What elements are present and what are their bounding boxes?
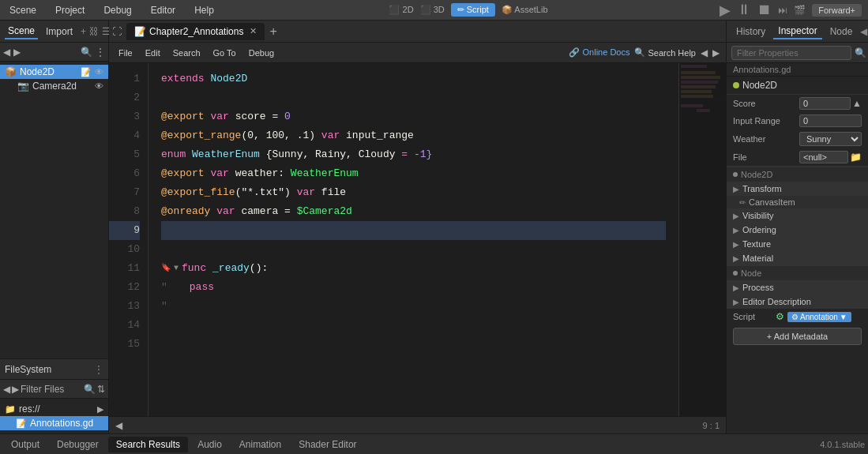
menu-scene[interactable]: Scene xyxy=(6,3,39,17)
link-icon[interactable]: ⛓ xyxy=(89,26,99,37)
input-range-input[interactable] xyxy=(799,114,862,127)
bottom-tab-output[interactable]: Output xyxy=(3,437,47,452)
score-inc-icon[interactable]: ▲ xyxy=(852,98,862,109)
minimap xyxy=(678,63,726,416)
tab-inspector[interactable]: Inspector xyxy=(773,24,821,39)
code-line-4: @export_range(0, 100, .1) var input_rang… xyxy=(161,126,666,145)
bottom-tab-debugger[interactable]: Debugger xyxy=(49,437,107,452)
code-area[interactable]: 1 2 3 4 5 6 7 8 9 10 11 12 13 14 15 xyxy=(109,63,726,416)
node-dot xyxy=(733,82,739,88)
section-process[interactable]: ▶ Process xyxy=(727,280,868,295)
menu-file[interactable]: File xyxy=(115,47,136,59)
section-material[interactable]: ▶ Material xyxy=(727,251,868,265)
fs-item-res-root[interactable]: 📁 res:// ▶ xyxy=(0,402,108,416)
editor-right-btns: 🔗 Online Docs 🔍 Search Help ◀ ▶ xyxy=(569,47,720,58)
add-tab-icon[interactable]: + xyxy=(269,24,276,39)
node-path: Node2D xyxy=(727,77,868,95)
scene-forward-icon[interactable]: ▶ xyxy=(13,47,21,58)
annotation-icon: ⚙ xyxy=(791,313,798,321)
scene-back-icon[interactable]: ◀ xyxy=(3,47,10,58)
tab-history[interactable]: History xyxy=(731,24,770,39)
eye-icon[interactable]: 👁 xyxy=(95,67,103,77)
editor-nav-back[interactable]: ◀ xyxy=(701,47,708,58)
code-line-8: @onready var camera = $Camera2d xyxy=(161,202,666,221)
section-ordering[interactable]: ▶ Ordering xyxy=(727,223,868,237)
step-icon[interactable]: ⏭ xyxy=(778,5,787,16)
code-line-9 xyxy=(161,221,666,240)
section-editor-description[interactable]: ▶ Editor Description xyxy=(727,295,868,309)
pause-icon[interactable]: ⏸ xyxy=(737,2,751,18)
score-input[interactable] xyxy=(799,97,851,110)
section-visibility[interactable]: ▶ Visibility xyxy=(727,208,868,223)
filter-properties-search-icon[interactable]: 🔍 xyxy=(855,47,866,58)
add-metadata-button[interactable]: + Add Metadata xyxy=(733,328,862,345)
menu-edit[interactable]: Edit xyxy=(142,47,163,59)
bottom-tab-shader-editor[interactable]: Shader Editor xyxy=(291,437,364,452)
scene-search-icon[interactable]: 🔍 xyxy=(81,47,92,58)
add-node-icon[interactable]: + xyxy=(81,26,86,37)
fs-item-annotations[interactable]: 📝 Annotations.gd xyxy=(0,416,108,430)
btn-2d[interactable]: ⬛ 2D xyxy=(389,5,413,15)
inspector-lock-icon[interactable]: ◀ xyxy=(860,26,867,37)
annotation-button[interactable]: ⚙ Annotation ▼ xyxy=(787,312,851,322)
menu-help[interactable]: Help xyxy=(191,3,217,17)
play-icon[interactable]: ▶ xyxy=(720,2,731,19)
bookmark-icon: 🔖 xyxy=(161,259,171,278)
movie-icon[interactable]: 🎬 xyxy=(794,5,806,16)
btn-script[interactable]: ✏ Script xyxy=(451,3,495,17)
prop-value-input-range xyxy=(799,114,862,127)
code-editor[interactable]: extends Node2D @export var score = 0 @ex… xyxy=(148,63,678,416)
section-texture[interactable]: ▶ Texture xyxy=(727,237,868,251)
code-line-5: enum WeatherEnum {Sunny, Rainy, Cloudy =… xyxy=(161,145,666,164)
camera2d-eye-icon[interactable]: 👁 xyxy=(95,81,103,91)
fs-sort-icon[interactable]: ⇅ xyxy=(97,384,105,395)
stop-icon[interactable]: ⏹ xyxy=(757,2,772,18)
fs-search-icon[interactable]: 🔍 xyxy=(84,384,96,395)
editor-nav-forward[interactable]: ▶ xyxy=(712,47,720,58)
tree-item-camera2d[interactable]: 📷 Camera2d 👁 xyxy=(0,79,108,93)
code-line-13: " xyxy=(161,297,666,316)
bottom-tab-audio[interactable]: Audio xyxy=(190,437,230,452)
menu-project[interactable]: Project xyxy=(52,3,88,17)
fs-dots-icon[interactable]: ⋮ xyxy=(94,364,103,375)
menu-search[interactable]: Search xyxy=(170,47,204,59)
btn-assetlib[interactable]: 📦 AssetLib xyxy=(502,5,548,15)
expand-icon[interactable]: ⛶ xyxy=(112,26,122,37)
editor-tab-chapter2[interactable]: 📝 Chapter2_Annotations ✕ xyxy=(126,23,265,40)
fs-forward-icon[interactable]: ▶ xyxy=(12,384,19,395)
section-transform[interactable]: ▶ Transform xyxy=(727,182,868,196)
search-help-btn[interactable]: 🔍 Search Help xyxy=(634,47,696,58)
menu-debug[interactable]: Debug xyxy=(246,47,277,59)
file-input[interactable] xyxy=(799,151,848,163)
bottom-tab-animation[interactable]: Animation xyxy=(231,437,289,452)
fs-tab-label[interactable]: FileSystem xyxy=(5,364,51,375)
panel-icons: + ⛓ ☰ xyxy=(81,26,111,37)
online-docs-link[interactable]: 🔗 Online Docs xyxy=(569,47,629,58)
menu-goto[interactable]: Go To xyxy=(210,47,239,59)
filter-properties-input[interactable] xyxy=(731,46,851,60)
fs-toolbar: ◀ ▶ Filter Files 🔍 ⇅ xyxy=(0,380,108,399)
bottom-tab-search-results[interactable]: Search Results xyxy=(108,437,188,452)
tree-item-node2d[interactable]: 📦 Node2D 📝 👁 xyxy=(0,65,108,79)
fold-icon[interactable]: ▼ xyxy=(174,259,178,278)
menu-editor[interactable]: Editor xyxy=(148,3,178,17)
tab-scene[interactable]: Scene xyxy=(5,24,38,39)
menu-debug[interactable]: Debug xyxy=(100,3,134,17)
collapse-left-icon[interactable]: ◀ xyxy=(115,420,122,431)
btn-3d[interactable]: ⬛ 3D xyxy=(420,5,445,15)
tab-close-icon[interactable]: ✕ xyxy=(250,26,257,36)
version-label: 4.0.1.stable xyxy=(820,440,865,449)
editor-toolbar: File Edit Search Go To Debug 🔗 Online Do… xyxy=(109,43,726,63)
weather-dropdown[interactable]: Sunny Rainy Cloudy xyxy=(799,132,862,146)
scene-dots-icon[interactable]: ⋮ xyxy=(96,47,105,58)
btn-forward[interactable]: Forward+ xyxy=(812,4,862,17)
canvasitem-arrow-icon: ✏ xyxy=(739,198,746,207)
tab-import[interactable]: Import xyxy=(43,24,76,39)
code-line-12: " pass xyxy=(161,278,666,297)
code-line-11: 🔖 ▼ func _ready(): xyxy=(161,259,666,278)
tab-node[interactable]: Node xyxy=(825,24,858,39)
prop-row-score: Score ▲ xyxy=(727,95,868,112)
section-canvasitem[interactable]: ✏ CanvasItem xyxy=(727,196,868,208)
fs-back-icon[interactable]: ◀ xyxy=(3,384,10,395)
file-folder-icon[interactable]: 📁 xyxy=(850,152,862,163)
